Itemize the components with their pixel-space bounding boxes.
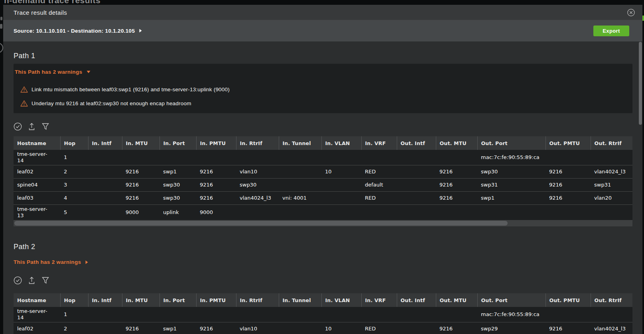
horizontal-scrollbar-thumb[interactable] bbox=[14, 221, 508, 226]
filter-funnel-icon[interactable] bbox=[41, 122, 49, 131]
cell bbox=[591, 205, 632, 220]
column-header-out-pmtu[interactable]: Out. PMTU bbox=[546, 136, 591, 150]
modal-body: Path 1 This Path has 2 warnings Link mtu… bbox=[3, 41, 642, 334]
table-toolbar bbox=[14, 122, 632, 131]
route-summary-label: Source: 10.1.10.101 - Destination: 10.1.… bbox=[14, 28, 135, 34]
cell bbox=[122, 307, 160, 322]
column-header-in-intf[interactable]: In. Intf bbox=[88, 136, 122, 150]
warnings-summary[interactable]: This Path has 2 warnings bbox=[14, 259, 632, 265]
warning-triangle-icon bbox=[20, 86, 28, 93]
column-header-in-port[interactable]: In. Port bbox=[160, 293, 196, 307]
cell: 9216 bbox=[436, 165, 477, 179]
column-header-out-intf[interactable]: Out. Intf bbox=[397, 136, 436, 150]
cell: 10 bbox=[321, 165, 361, 179]
column-header-in-mtu[interactable]: In. MTU bbox=[122, 293, 160, 307]
column-header-hostname[interactable]: Hostname bbox=[14, 293, 60, 307]
cell bbox=[321, 205, 361, 220]
column-header-out-mtu[interactable]: Out. MTU bbox=[436, 293, 477, 307]
background-icon-fragment bbox=[0, 24, 2, 29]
column-header-out-port[interactable]: Out. Port bbox=[477, 293, 546, 307]
cell bbox=[591, 307, 632, 322]
cell bbox=[477, 205, 546, 220]
cell bbox=[321, 307, 361, 322]
cell: vlan4024_l3 bbox=[236, 192, 279, 205]
cell: 5 bbox=[60, 205, 88, 220]
cell bbox=[546, 150, 591, 165]
vertical-scrollbar-thumb[interactable] bbox=[639, 42, 642, 125]
cell bbox=[160, 307, 196, 322]
path-title: Path 2 bbox=[14, 243, 632, 251]
column-header-in-vrf[interactable]: In. VRF bbox=[361, 293, 397, 307]
export-button[interactable]: Export bbox=[593, 26, 629, 36]
column-header-out-rtrif[interactable]: Out. RtrIf bbox=[591, 293, 632, 307]
cell bbox=[88, 165, 122, 179]
cell: 9216 bbox=[122, 179, 160, 192]
column-header-hostname[interactable]: Hostname bbox=[14, 136, 60, 150]
cell: 9216 bbox=[436, 192, 477, 205]
column-header-in-pmtu[interactable]: In. PMTU bbox=[196, 136, 236, 150]
trace-hops-table: HostnameHopIn. IntfIn. MTUIn. PortIn. PM… bbox=[14, 293, 632, 334]
cell: tme-server-13 bbox=[14, 205, 60, 220]
cell: swp1 bbox=[160, 322, 196, 334]
column-header-in-rtrif[interactable]: In. RtrIf bbox=[236, 293, 279, 307]
trace-result-details-modal: Trace result details Source: 10.1.10.101… bbox=[3, 5, 642, 334]
cell bbox=[546, 307, 591, 322]
column-header-in-vlan[interactable]: In. VLAN bbox=[321, 136, 361, 150]
modal-header: Trace result details bbox=[3, 5, 642, 20]
select-check-icon[interactable] bbox=[14, 122, 22, 131]
column-header-in-tunnel[interactable]: In. Tunnel bbox=[279, 293, 321, 307]
cell: tme-server-14 bbox=[14, 150, 60, 165]
column-header-hop[interactable]: Hop bbox=[60, 136, 88, 150]
close-icon[interactable] bbox=[627, 9, 635, 16]
warning-item: Underlay mtu 9216 at leaf02:swp30 not en… bbox=[20, 100, 627, 107]
column-header-out-mtu[interactable]: Out. MTU bbox=[436, 136, 477, 150]
cell bbox=[436, 150, 477, 165]
cell bbox=[321, 150, 361, 165]
cell bbox=[88, 179, 122, 192]
cell: vlan4024_l3 bbox=[591, 322, 632, 334]
cell: default bbox=[361, 179, 397, 192]
collapse-caret-icon bbox=[87, 71, 91, 73]
cell: 9216 bbox=[546, 192, 591, 205]
cell: swp31 bbox=[477, 179, 546, 192]
cell: mac:7c:fe:90:55:89:ca bbox=[477, 150, 546, 165]
cell bbox=[236, 205, 279, 220]
cell: 3 bbox=[60, 179, 88, 192]
filter-funnel-icon[interactable] bbox=[41, 276, 49, 285]
column-header-out-intf[interactable]: Out. Intf bbox=[397, 293, 436, 307]
column-header-hop[interactable]: Hop bbox=[60, 293, 88, 307]
column-header-in-intf[interactable]: In. Intf bbox=[88, 293, 122, 307]
column-header-in-vlan[interactable]: In. VLAN bbox=[321, 293, 361, 307]
cell bbox=[122, 150, 160, 165]
table-row: tme-server-1359000uplink9000 bbox=[14, 205, 632, 220]
background-page-title: n-demand trace results bbox=[4, 0, 100, 5]
export-upload-icon[interactable] bbox=[28, 276, 35, 285]
cell: leaf03 bbox=[14, 192, 60, 205]
cell bbox=[397, 165, 436, 179]
cell: 9000 bbox=[196, 205, 236, 220]
column-header-in-tunnel[interactable]: In. Tunnel bbox=[279, 136, 321, 150]
column-header-out-rtrif[interactable]: Out. RtrIf bbox=[591, 136, 632, 150]
column-header-in-mtu[interactable]: In. MTU bbox=[122, 136, 160, 150]
column-header-out-port[interactable]: Out. Port bbox=[477, 136, 546, 150]
column-header-in-rtrif[interactable]: In. RtrIf bbox=[236, 136, 279, 150]
column-header-in-vrf[interactable]: In. VRF bbox=[361, 136, 397, 150]
column-header-in-port[interactable]: In. Port bbox=[160, 136, 196, 150]
cell: 9216 bbox=[196, 179, 236, 192]
cell: spine04 bbox=[14, 179, 60, 192]
cell: 9216 bbox=[196, 192, 236, 205]
route-summary[interactable]: Source: 10.1.10.101 - Destination: 10.1.… bbox=[14, 28, 142, 34]
cell: 9216 bbox=[196, 322, 236, 334]
cell bbox=[88, 307, 122, 322]
column-header-out-pmtu[interactable]: Out. PMTU bbox=[546, 293, 591, 307]
cell: vlan4024_l3 bbox=[591, 165, 632, 179]
expand-caret-icon bbox=[139, 29, 142, 33]
warnings-summary[interactable]: This Path has 2 warnings bbox=[15, 69, 627, 75]
cell bbox=[436, 307, 477, 322]
cell: mac:7c:fe:90:55:89:ca bbox=[477, 307, 546, 322]
select-check-icon[interactable] bbox=[14, 276, 22, 285]
cell bbox=[279, 322, 321, 334]
export-upload-icon[interactable] bbox=[28, 122, 35, 131]
column-header-in-pmtu[interactable]: In. PMTU bbox=[196, 293, 236, 307]
horizontal-scrollbar[interactable] bbox=[14, 220, 632, 226]
